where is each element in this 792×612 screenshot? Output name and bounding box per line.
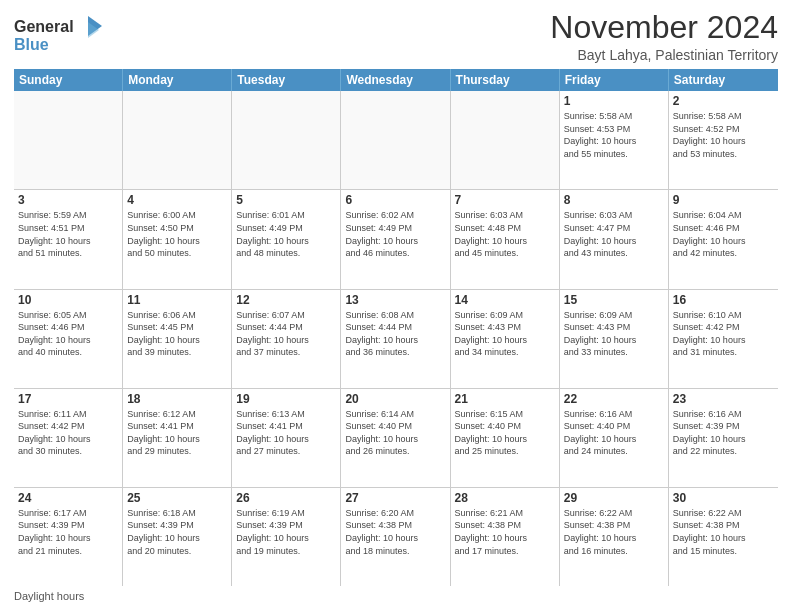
day-info: Sunrise: 5:59 AMSunset: 4:51 PMDaylight:… (18, 209, 118, 259)
cal-week-5: 24Sunrise: 6:17 AMSunset: 4:39 PMDayligh… (14, 488, 778, 586)
day-info: Sunrise: 6:20 AMSunset: 4:38 PMDaylight:… (345, 507, 445, 557)
day-number: 2 (673, 94, 774, 108)
cal-day-2: 2Sunrise: 5:58 AMSunset: 4:52 PMDaylight… (669, 91, 778, 189)
day-number: 23 (673, 392, 774, 406)
cal-day-12: 12Sunrise: 6:07 AMSunset: 4:44 PMDayligh… (232, 290, 341, 388)
cal-day-3: 3Sunrise: 5:59 AMSunset: 4:51 PMDaylight… (14, 190, 123, 288)
day-number: 19 (236, 392, 336, 406)
cal-header-sunday: Sunday (14, 69, 123, 91)
day-info: Sunrise: 6:06 AMSunset: 4:45 PMDaylight:… (127, 309, 227, 359)
day-info: Sunrise: 6:14 AMSunset: 4:40 PMDaylight:… (345, 408, 445, 458)
day-number: 20 (345, 392, 445, 406)
day-info: Sunrise: 6:07 AMSunset: 4:44 PMDaylight:… (236, 309, 336, 359)
day-number: 25 (127, 491, 227, 505)
cal-day-22: 22Sunrise: 6:16 AMSunset: 4:40 PMDayligh… (560, 389, 669, 487)
day-info: Sunrise: 6:15 AMSunset: 4:40 PMDaylight:… (455, 408, 555, 458)
cal-day-6: 6Sunrise: 6:02 AMSunset: 4:49 PMDaylight… (341, 190, 450, 288)
day-number: 24 (18, 491, 118, 505)
day-info: Sunrise: 6:09 AMSunset: 4:43 PMDaylight:… (455, 309, 555, 359)
cal-day-25: 25Sunrise: 6:18 AMSunset: 4:39 PMDayligh… (123, 488, 232, 586)
cal-day-4: 4Sunrise: 6:00 AMSunset: 4:50 PMDaylight… (123, 190, 232, 288)
cal-day-18: 18Sunrise: 6:12 AMSunset: 4:41 PMDayligh… (123, 389, 232, 487)
day-info: Sunrise: 6:16 AMSunset: 4:40 PMDaylight:… (564, 408, 664, 458)
day-info: Sunrise: 6:22 AMSunset: 4:38 PMDaylight:… (673, 507, 774, 557)
logo-svg: General Blue (14, 14, 104, 56)
day-number: 28 (455, 491, 555, 505)
day-number: 18 (127, 392, 227, 406)
day-number: 4 (127, 193, 227, 207)
day-number: 5 (236, 193, 336, 207)
day-info: Sunrise: 6:22 AMSunset: 4:38 PMDaylight:… (564, 507, 664, 557)
cal-week-3: 10Sunrise: 6:05 AMSunset: 4:46 PMDayligh… (14, 290, 778, 389)
cal-header-saturday: Saturday (669, 69, 778, 91)
day-number: 17 (18, 392, 118, 406)
calendar: SundayMondayTuesdayWednesdayThursdayFrid… (14, 69, 778, 586)
cal-day-10: 10Sunrise: 6:05 AMSunset: 4:46 PMDayligh… (14, 290, 123, 388)
cal-day-11: 11Sunrise: 6:06 AMSunset: 4:45 PMDayligh… (123, 290, 232, 388)
day-number: 30 (673, 491, 774, 505)
day-number: 11 (127, 293, 227, 307)
day-info: Sunrise: 5:58 AMSunset: 4:53 PMDaylight:… (564, 110, 664, 160)
day-info: Sunrise: 6:11 AMSunset: 4:42 PMDaylight:… (18, 408, 118, 458)
day-number: 13 (345, 293, 445, 307)
svg-text:General: General (14, 18, 74, 35)
cal-day-29: 29Sunrise: 6:22 AMSunset: 4:38 PMDayligh… (560, 488, 669, 586)
cal-day-9: 9Sunrise: 6:04 AMSunset: 4:46 PMDaylight… (669, 190, 778, 288)
cal-week-2: 3Sunrise: 5:59 AMSunset: 4:51 PMDaylight… (14, 190, 778, 289)
day-number: 26 (236, 491, 336, 505)
cal-day-5: 5Sunrise: 6:01 AMSunset: 4:49 PMDaylight… (232, 190, 341, 288)
cal-header-monday: Monday (123, 69, 232, 91)
cal-day-15: 15Sunrise: 6:09 AMSunset: 4:43 PMDayligh… (560, 290, 669, 388)
cal-day-28: 28Sunrise: 6:21 AMSunset: 4:38 PMDayligh… (451, 488, 560, 586)
day-info: Sunrise: 6:19 AMSunset: 4:39 PMDaylight:… (236, 507, 336, 557)
cal-day-27: 27Sunrise: 6:20 AMSunset: 4:38 PMDayligh… (341, 488, 450, 586)
cal-week-4: 17Sunrise: 6:11 AMSunset: 4:42 PMDayligh… (14, 389, 778, 488)
day-number: 8 (564, 193, 664, 207)
day-info: Sunrise: 6:03 AMSunset: 4:47 PMDaylight:… (564, 209, 664, 259)
day-info: Sunrise: 6:03 AMSunset: 4:48 PMDaylight:… (455, 209, 555, 259)
day-number: 10 (18, 293, 118, 307)
cal-day-23: 23Sunrise: 6:16 AMSunset: 4:39 PMDayligh… (669, 389, 778, 487)
day-info: Sunrise: 6:05 AMSunset: 4:46 PMDaylight:… (18, 309, 118, 359)
cal-day-24: 24Sunrise: 6:17 AMSunset: 4:39 PMDayligh… (14, 488, 123, 586)
cal-day-19: 19Sunrise: 6:13 AMSunset: 4:41 PMDayligh… (232, 389, 341, 487)
cal-day-20: 20Sunrise: 6:14 AMSunset: 4:40 PMDayligh… (341, 389, 450, 487)
calendar-body: 1Sunrise: 5:58 AMSunset: 4:53 PMDaylight… (14, 91, 778, 586)
cal-header-tuesday: Tuesday (232, 69, 341, 91)
day-number: 29 (564, 491, 664, 505)
day-number: 9 (673, 193, 774, 207)
day-number: 22 (564, 392, 664, 406)
cal-day-1: 1Sunrise: 5:58 AMSunset: 4:53 PMDaylight… (560, 91, 669, 189)
cal-empty-cell (14, 91, 123, 189)
day-number: 14 (455, 293, 555, 307)
cal-day-8: 8Sunrise: 6:03 AMSunset: 4:47 PMDaylight… (560, 190, 669, 288)
cal-day-17: 17Sunrise: 6:11 AMSunset: 4:42 PMDayligh… (14, 389, 123, 487)
day-number: 15 (564, 293, 664, 307)
day-number: 21 (455, 392, 555, 406)
cal-empty-cell (341, 91, 450, 189)
cal-empty-cell (232, 91, 341, 189)
cal-day-16: 16Sunrise: 6:10 AMSunset: 4:42 PMDayligh… (669, 290, 778, 388)
cal-week-1: 1Sunrise: 5:58 AMSunset: 4:53 PMDaylight… (14, 91, 778, 190)
day-info: Sunrise: 6:12 AMSunset: 4:41 PMDaylight:… (127, 408, 227, 458)
day-number: 12 (236, 293, 336, 307)
day-number: 1 (564, 94, 664, 108)
day-info: Sunrise: 6:00 AMSunset: 4:50 PMDaylight:… (127, 209, 227, 259)
subtitle: Bayt Lahya, Palestinian Territory (550, 47, 778, 63)
title-block: November 2024 Bayt Lahya, Palestinian Te… (550, 10, 778, 63)
day-info: Sunrise: 6:16 AMSunset: 4:39 PMDaylight:… (673, 408, 774, 458)
day-number: 16 (673, 293, 774, 307)
day-info: Sunrise: 6:21 AMSunset: 4:38 PMDaylight:… (455, 507, 555, 557)
day-info: Sunrise: 6:18 AMSunset: 4:39 PMDaylight:… (127, 507, 227, 557)
day-number: 27 (345, 491, 445, 505)
cal-empty-cell (123, 91, 232, 189)
day-info: Sunrise: 5:58 AMSunset: 4:52 PMDaylight:… (673, 110, 774, 160)
logo: General Blue (14, 14, 104, 60)
cal-day-13: 13Sunrise: 6:08 AMSunset: 4:44 PMDayligh… (341, 290, 450, 388)
cal-empty-cell (451, 91, 560, 189)
main-title: November 2024 (550, 10, 778, 45)
header: General Blue November 2024 Bayt Lahya, P… (14, 10, 778, 63)
svg-text:Blue: Blue (14, 36, 49, 53)
cal-day-26: 26Sunrise: 6:19 AMSunset: 4:39 PMDayligh… (232, 488, 341, 586)
day-number: 3 (18, 193, 118, 207)
